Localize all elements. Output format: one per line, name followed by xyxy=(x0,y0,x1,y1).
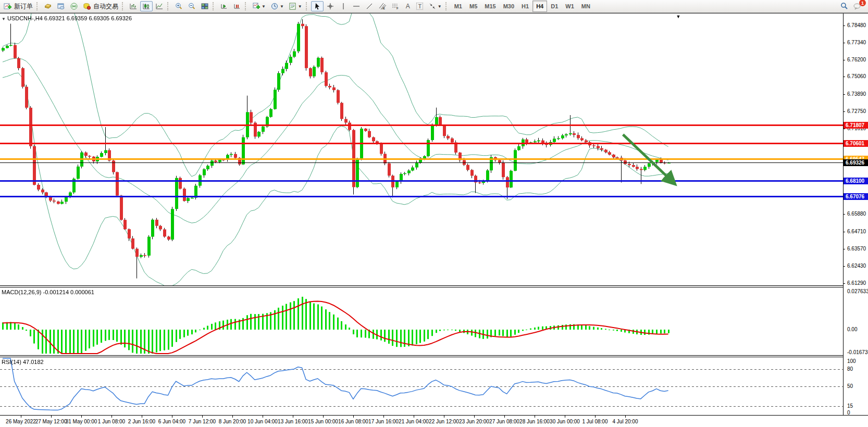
collapse-icon[interactable]: ▼ xyxy=(2,17,6,21)
vertical-line-tool-button[interactable] xyxy=(337,1,350,11)
time-axis-label: 22 Jun 12:00 xyxy=(429,419,459,424)
tf-button-H1[interactable]: H1 xyxy=(518,1,532,12)
time-axis-label: 23 Jun 20:00 xyxy=(459,419,489,424)
axis-tick-label: -0.016736 xyxy=(847,349,868,355)
bar-chart-button[interactable] xyxy=(127,1,140,11)
axis-tick-mark xyxy=(844,43,845,43)
market-watch-button[interactable] xyxy=(42,1,54,11)
axis-tick-label: 6.77340 xyxy=(847,40,866,45)
axis-tick-label: 6.76200 xyxy=(847,57,866,62)
label-tool-button[interactable]: T xyxy=(414,1,426,11)
rsi-pane-canvas[interactable] xyxy=(0,357,843,415)
line-chart-icon xyxy=(155,2,164,10)
templates-dropdown[interactable]: ▼ xyxy=(287,1,304,11)
tf-button-M15[interactable]: M15 xyxy=(481,1,499,12)
axis-tick-label: 0.027633 xyxy=(847,288,868,294)
time-tick-mark xyxy=(51,416,52,418)
time-axis-label: 26 May 2022 xyxy=(6,419,36,424)
axis-tick-label: 0.00 xyxy=(847,326,857,332)
support-resistance-line[interactable] xyxy=(0,158,843,160)
tile-windows-button[interactable] xyxy=(199,1,211,11)
equidistant-channel-icon: E xyxy=(378,2,387,10)
price-axis[interactable]: 6.784806.773406.762006.750606.738906.727… xyxy=(844,14,868,427)
axis-tick-label: 6.61290 xyxy=(847,280,866,286)
axis-tick-mark xyxy=(844,249,845,249)
chart-window-button[interactable] xyxy=(55,1,67,11)
axis-tick-label: 6.65880 xyxy=(847,211,866,217)
template-icon xyxy=(289,2,297,10)
trendline-tool-button[interactable] xyxy=(363,1,376,11)
axis-tick-mark xyxy=(844,94,845,95)
zoom-in-button[interactable] xyxy=(172,1,185,11)
time-axis[interactable]: 26 May 202227 May 12:0031 May 00:001 Jun… xyxy=(0,415,868,427)
step-pause-button[interactable] xyxy=(231,1,243,11)
time-axis-label: 13 Jun 16:00 xyxy=(278,419,308,424)
support-resistance-line[interactable] xyxy=(0,196,843,197)
tile-windows-icon xyxy=(201,2,209,10)
autotrading-button[interactable]: 自动交易 xyxy=(81,1,120,11)
time-axis-label: 27 May 12:00 xyxy=(35,419,67,424)
step-pause-icon xyxy=(233,2,241,10)
time-tick-mark xyxy=(202,416,203,418)
arrows-dropdown[interactable]: ▼ xyxy=(426,1,444,11)
cursor-tool-button[interactable] xyxy=(311,1,324,11)
price-line-badge: 6.67076 xyxy=(844,193,868,200)
time-tick-mark xyxy=(323,416,324,418)
line-chart-button[interactable] xyxy=(153,1,166,11)
step-forward-button[interactable] xyxy=(218,1,230,11)
tf-button-MN[interactable]: MN xyxy=(578,1,594,12)
time-axis-label: 27 Jun 08:00 xyxy=(489,419,519,424)
signals-button[interactable] xyxy=(68,1,80,11)
chart-title: ▼USDCNH-,H4 6.69321 6.69359 6.69305 6.69… xyxy=(2,15,132,21)
time-axis-label: 1 Jul 08:00 xyxy=(582,419,608,424)
time-tick-mark xyxy=(293,416,293,418)
equidistant-channel-tool-button[interactable]: E xyxy=(376,1,389,11)
toolbar-grip xyxy=(306,2,309,10)
price-line-badge: 6.68100 xyxy=(844,178,868,184)
axis-tick-mark xyxy=(844,60,845,60)
new-order-button[interactable]: 新订单 xyxy=(2,1,35,11)
fibonacci-tool-button[interactable]: F xyxy=(389,1,402,11)
zoom-out-button[interactable] xyxy=(185,1,198,11)
tf-button-M5[interactable]: M5 xyxy=(466,1,481,12)
bar-chart-icon xyxy=(129,2,138,10)
label-tool-icon: T xyxy=(416,3,423,10)
tf-button-W1[interactable]: W1 xyxy=(562,1,578,12)
current-price[interactable] xyxy=(0,162,843,163)
chevron-down-icon: ▼ xyxy=(298,4,302,9)
toolbar-grip xyxy=(245,2,248,10)
notifications-button[interactable]: 1 xyxy=(851,1,863,11)
toolbar-grip xyxy=(36,2,40,10)
fibonacci-icon: F xyxy=(391,2,400,10)
time-axis-label: 4 Jul 20:00 xyxy=(613,419,638,424)
support-resistance-line[interactable] xyxy=(0,180,843,182)
signals-icon xyxy=(70,2,78,10)
toolbar-grip xyxy=(122,2,125,10)
time-tick-mark xyxy=(474,416,475,418)
support-resistance-line[interactable] xyxy=(0,124,843,126)
periods-dropdown[interactable]: ▼ xyxy=(268,1,286,11)
time-tick-mark xyxy=(625,416,626,418)
tf-button-D1[interactable]: D1 xyxy=(547,1,562,12)
time-axis-label: 31 May 00:00 xyxy=(66,419,97,424)
tf-button-H4[interactable]: H4 xyxy=(532,1,547,12)
chart-window: ▼USDCNH-,H4 6.69321 6.69359 6.69305 6.69… xyxy=(0,13,868,427)
search-button[interactable] xyxy=(838,1,850,11)
crosshair-tool-button[interactable] xyxy=(324,1,337,11)
time-axis-label: 8 Jun 20:00 xyxy=(219,419,246,424)
time-tick-mark xyxy=(232,416,233,418)
time-axis-label: 7 Jun 12:00 xyxy=(189,419,216,424)
indicators-dropdown[interactable]: ▼ xyxy=(250,1,268,11)
support-resistance-line[interactable] xyxy=(0,143,843,144)
toolbar-grip xyxy=(445,2,449,10)
horizontal-line-tool-button[interactable] xyxy=(350,1,363,11)
axis-tick-label: 6.64710 xyxy=(847,229,866,234)
candlestick-chart-button[interactable] xyxy=(140,1,153,11)
toolbar-grip xyxy=(167,2,170,10)
candlestick-chart-canvas[interactable] xyxy=(0,14,843,285)
tf-button-M1[interactable]: M1 xyxy=(451,1,466,12)
time-tick-mark xyxy=(172,416,172,418)
text-tool-button[interactable]: A xyxy=(402,1,414,11)
tf-button-M30[interactable]: M30 xyxy=(500,1,518,12)
macd-pane-canvas[interactable] xyxy=(0,287,843,355)
